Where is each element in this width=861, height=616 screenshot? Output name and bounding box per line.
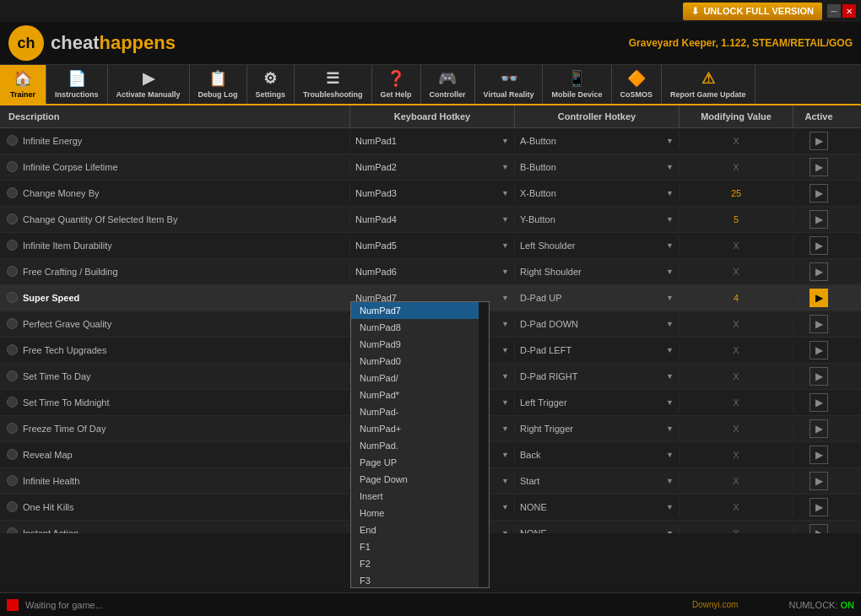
nav-item-activate[interactable]: ▶ Activate Manually <box>108 65 190 104</box>
controller-chevron[interactable]: ▼ <box>666 424 674 433</box>
active-arrow[interactable]: ▶ <box>810 132 828 150</box>
active-arrow[interactable]: ▶ <box>810 498 828 516</box>
keyboard-chevron[interactable]: ▼ <box>501 424 509 433</box>
active-arrow[interactable]: ▶ <box>810 236 828 255</box>
keyboard-chevron[interactable]: ▼ <box>501 320 509 328</box>
keyboard-chevron[interactable]: ▼ <box>501 241 509 250</box>
dropdown-item[interactable]: NumPad8 <box>351 319 479 336</box>
hotkey-dropdown[interactable]: NumPad7NumPad8NumPad9NumPad0NumPad/NumPa… <box>350 301 490 588</box>
row-toggle[interactable] <box>7 475 18 486</box>
dropdown-item[interactable]: NumPad+ <box>351 420 479 437</box>
keyboard-chevron[interactable]: ▼ <box>501 477 509 485</box>
controller-chevron[interactable]: ▼ <box>666 503 674 511</box>
row-toggle[interactable] <box>7 318 18 329</box>
active-arrow[interactable]: ▶ <box>810 446 828 464</box>
keyboard-chevron[interactable]: ▼ <box>501 163 509 171</box>
controller-chevron[interactable]: ▼ <box>666 267 674 276</box>
nav-item-controller[interactable]: 🎮 Controller <box>421 65 475 104</box>
dropdown-item[interactable]: F3 <box>351 572 479 587</box>
row-toggle[interactable] <box>7 213 18 224</box>
row-toggle[interactable] <box>7 266 18 277</box>
keyboard-chevron[interactable]: ▼ <box>501 503 509 511</box>
dropdown-item[interactable]: NumPad0 <box>351 353 479 370</box>
controller-chevron[interactable]: ▼ <box>666 215 674 224</box>
controller-chevron[interactable]: ▼ <box>666 137 674 145</box>
close-button[interactable]: ✕ <box>842 4 856 18</box>
controller-chevron[interactable]: ▼ <box>666 241 674 250</box>
dropdown-item[interactable]: Page UP <box>351 454 479 471</box>
nav-item-cosmos[interactable]: 🔶 CoSMOS <box>612 65 663 104</box>
row-toggle[interactable] <box>7 423 18 434</box>
keyboard-chevron[interactable]: ▼ <box>501 137 509 145</box>
keyboard-chevron[interactable]: ▼ <box>501 451 509 459</box>
controller-chevron[interactable]: ▼ <box>666 163 674 171</box>
dropdown-item[interactable]: Page Down <box>351 471 479 488</box>
row-toggle[interactable] <box>7 501 18 512</box>
active-arrow[interactable]: ▶ <box>810 210 828 229</box>
controller-chevron[interactable]: ▼ <box>666 320 674 328</box>
keyboard-chevron[interactable]: ▼ <box>501 372 509 381</box>
row-toggle[interactable] <box>7 161 18 172</box>
active-arrow[interactable]: ▶ <box>810 524 828 533</box>
nav-item-mobile[interactable]: 📱 Mobile Device <box>543 65 611 104</box>
nav-item-vr[interactable]: 👓 Virtual Reality <box>475 65 544 104</box>
dropdown-item[interactable]: F1 <box>351 538 479 555</box>
dropdown-item[interactable]: NumPad/ <box>351 370 479 386</box>
keyboard-chevron[interactable]: ▼ <box>501 215 509 224</box>
row-toggle[interactable] <box>7 397 18 408</box>
nav-item-settings[interactable]: ⚙ Settings <box>247 65 295 104</box>
dropdown-item[interactable]: Insert <box>351 488 479 505</box>
controller-chevron[interactable]: ▼ <box>666 398 674 407</box>
controller-hotkey: Left Shoulder <box>520 240 575 251</box>
nav-item-debug[interactable]: 📋 Debug Log <box>190 65 247 104</box>
controller-chevron[interactable]: ▼ <box>666 529 674 533</box>
controller-chevron[interactable]: ▼ <box>666 346 674 354</box>
nav-item-gethelp[interactable]: ❓ Get Help <box>372 65 421 104</box>
controller-hotkey: Right Shoulder <box>520 267 582 277</box>
controller-chevron[interactable]: ▼ <box>666 294 674 302</box>
dropdown-scrollbar[interactable] <box>479 302 489 587</box>
active-arrow[interactable]: ▶ <box>810 158 828 176</box>
nav-item-instructions[interactable]: 📄 Instructions <box>46 65 108 104</box>
dropdown-item[interactable]: NumPad. <box>351 437 479 454</box>
active-arrow[interactable]: ▶ <box>810 419 828 438</box>
row-toggle[interactable] <box>7 240 18 251</box>
row-toggle[interactable] <box>7 292 18 303</box>
row-toggle[interactable] <box>7 135 18 146</box>
active-arrow[interactable]: ▶ <box>810 472 828 490</box>
dropdown-item[interactable]: Home <box>351 505 479 521</box>
minimize-button[interactable]: ─ <box>827 4 841 18</box>
keyboard-chevron[interactable]: ▼ <box>501 398 509 407</box>
nav-item-trainer[interactable]: 🏠 Trainer <box>0 65 46 104</box>
active-arrow[interactable]: ▶ <box>810 341 828 359</box>
active-arrow[interactable]: ▶ <box>810 393 828 412</box>
dropdown-item[interactable]: NumPad* <box>351 386 479 403</box>
keyboard-chevron[interactable]: ▼ <box>501 294 509 302</box>
row-toggle[interactable] <box>7 187 18 198</box>
dropdown-item[interactable]: NumPad9 <box>351 336 479 353</box>
controller-chevron[interactable]: ▼ <box>666 189 674 197</box>
dropdown-item[interactable]: NumPad- <box>351 403 479 420</box>
keyboard-chevron[interactable]: ▼ <box>501 346 509 354</box>
keyboard-chevron[interactable]: ▼ <box>501 189 509 197</box>
active-arrow[interactable]: ▶ <box>810 262 828 281</box>
row-toggle[interactable] <box>7 527 18 533</box>
keyboard-chevron[interactable]: ▼ <box>501 529 509 533</box>
active-arrow[interactable]: ▶ <box>810 367 828 386</box>
unlock-button[interactable]: ⬇ UNLOCK FULL VERSION <box>683 3 822 20</box>
dropdown-item[interactable]: F2 <box>351 555 479 572</box>
keyboard-chevron[interactable]: ▼ <box>501 267 509 276</box>
row-toggle[interactable] <box>7 344 18 355</box>
active-arrow[interactable]: ▶ <box>810 315 828 333</box>
controller-chevron[interactable]: ▼ <box>666 451 674 459</box>
row-toggle[interactable] <box>7 370 18 381</box>
controller-chevron[interactable]: ▼ <box>666 372 674 381</box>
nav-item-troubleshooting[interactable]: ☰ Troubleshooting <box>295 65 372 104</box>
active-arrow[interactable]: ▶ <box>810 289 828 307</box>
dropdown-item[interactable]: NumPad7 <box>351 302 479 319</box>
controller-chevron[interactable]: ▼ <box>666 477 674 485</box>
row-toggle[interactable] <box>7 449 18 460</box>
active-arrow[interactable]: ▶ <box>810 184 828 203</box>
nav-item-report[interactable]: ⚠ Report Game Update <box>662 65 755 104</box>
dropdown-item[interactable]: End <box>351 521 479 538</box>
